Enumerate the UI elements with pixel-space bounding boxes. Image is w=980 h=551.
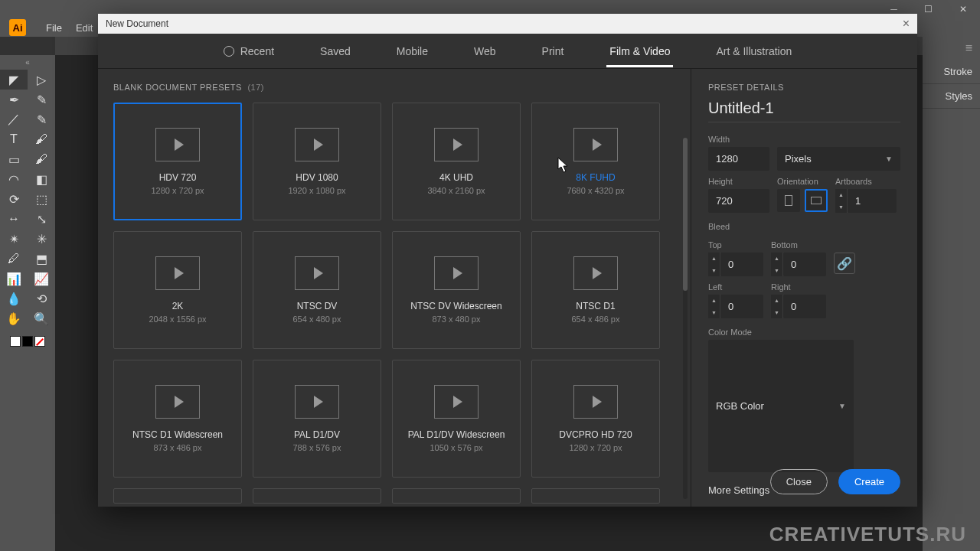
bleed-bottom-label: Bottom	[771, 240, 826, 249]
fill-stroke-swatches[interactable]	[0, 333, 55, 350]
tool-21[interactable]: 📈	[28, 269, 55, 289]
play-icon	[573, 128, 618, 161]
stroke-swatch[interactable]	[22, 336, 33, 347]
tool-18[interactable]: 🖊	[0, 249, 28, 269]
tool-0[interactable]: ◤	[0, 70, 28, 90]
fill-swatch[interactable]	[10, 336, 21, 347]
preset-placeholder[interactable]	[253, 488, 381, 504]
preset-2k[interactable]: 2K2048 x 1556 px	[113, 231, 242, 349]
presets-scrollbar[interactable]	[683, 138, 688, 499]
step-up-icon[interactable]: ▲	[835, 189, 847, 201]
preset-name: PAL D1/DV Widescreen	[408, 429, 505, 440]
width-label: Width	[708, 135, 900, 144]
menu-edit[interactable]: Edit	[76, 22, 93, 34]
tool-25[interactable]: 🔍	[28, 308, 55, 328]
tool-22[interactable]: 💧	[0, 289, 28, 308]
width-input[interactable]	[708, 147, 769, 171]
tool-1[interactable]: ▷	[28, 70, 55, 90]
toolbox: « ◤▷✒✎／✎T🖌▭🖌◠◧⟳⬚↔⤡✴✳🖊⬒📊📈💧⟲✋🔍	[0, 55, 55, 551]
tab-mobile[interactable]: Mobile	[394, 36, 431, 67]
preset-placeholder[interactable]	[113, 488, 242, 504]
tab-print[interactable]: Print	[539, 36, 567, 67]
artboards-stepper[interactable]: ▲▼	[835, 189, 897, 213]
color-mode-select[interactable]: RGB Color▼	[708, 340, 854, 472]
play-icon	[155, 128, 200, 161]
preset-ntsc-dv[interactable]: NTSC DV654 x 480 px	[253, 231, 381, 349]
orientation-portrait[interactable]	[777, 189, 800, 212]
preset-dvcpro-hd-720[interactable]: DVCPRO HD 7201280 x 720 px	[531, 360, 660, 478]
tool-11[interactable]: ◧	[28, 169, 55, 189]
tool-9[interactable]: 🖌	[28, 149, 55, 169]
bleed-bottom-input[interactable]	[783, 253, 826, 276]
document-name[interactable]: Untitled-1	[708, 99, 900, 122]
panel-tab-stroke[interactable]: Stroke	[923, 60, 980, 84]
preset-ntsc-d1[interactable]: NTSC D1654 x 486 px	[531, 231, 660, 349]
tool-7[interactable]: 🖌	[28, 129, 55, 149]
preset-8k-fuhd[interactable]: 8K FUHD7680 x 4320 px	[531, 103, 660, 220]
bleed-right-input[interactable]	[783, 295, 826, 318]
tab-saved[interactable]: Saved	[317, 36, 354, 67]
preset-pal-d1-dv[interactable]: PAL D1/DV788 x 576 px	[253, 360, 381, 478]
details-heading: PRESET DETAILS	[708, 83, 900, 92]
panel-tab-styles[interactable]: Styles	[923, 84, 980, 109]
preset-placeholder[interactable]	[531, 488, 660, 504]
tool-12[interactable]: ⟳	[0, 189, 28, 209]
tool-10[interactable]: ◠	[0, 169, 28, 189]
preset-pal-d1-dv-widescreen[interactable]: PAL D1/DV Widescreen1050 x 576 px	[392, 360, 521, 478]
tool-6[interactable]: T	[0, 129, 28, 149]
step-down-icon[interactable]: ▼	[835, 201, 847, 214]
preset-dimensions: 1920 x 1080 px	[288, 186, 345, 195]
preset-ntsc-dv-widescreen[interactable]: NTSC DV Widescreen873 x 480 px	[392, 231, 521, 349]
tool-4[interactable]: ／	[0, 109, 28, 129]
close-button[interactable]: Close	[770, 469, 828, 494]
tool-23[interactable]: ⟲	[28, 289, 55, 308]
tab-film-video[interactable]: Film & Video	[606, 36, 673, 67]
artboards-input[interactable]	[848, 189, 897, 213]
orientation-landscape[interactable]	[805, 189, 828, 212]
play-icon	[434, 256, 479, 290]
tool-14[interactable]: ↔	[0, 209, 28, 229]
dialog-close-icon[interactable]: ×	[903, 17, 910, 31]
tab-label: Film & Video	[609, 45, 670, 57]
preset-ntsc-d1-widescreen[interactable]: NTSC D1 Widescreen873 x 486 px	[113, 360, 242, 478]
tool-17[interactable]: ✳	[28, 229, 55, 249]
tab-web[interactable]: Web	[471, 36, 499, 67]
height-input[interactable]	[708, 189, 769, 213]
bleed-right-label: Right	[771, 282, 826, 292]
preset-dimensions: 2048 x 1556 px	[149, 315, 206, 324]
tool-2[interactable]: ✒	[0, 90, 28, 109]
tool-8[interactable]: ▭	[0, 149, 28, 169]
new-document-dialog: New Document × RecentSavedMobileWebPrint…	[98, 14, 917, 507]
tool-5[interactable]: ✎	[28, 109, 55, 129]
toolbox-collapse-icon[interactable]: «	[0, 58, 55, 70]
preset-dimensions: 788 x 576 px	[293, 443, 341, 452]
tool-19[interactable]: ⬒	[28, 249, 55, 269]
tab-art-illustration[interactable]: Art & Illustration	[713, 36, 795, 67]
link-bleed-icon[interactable]: 🔗	[834, 253, 855, 274]
bleed-left-input[interactable]	[720, 295, 763, 318]
preset-hdv-720[interactable]: HDV 7201280 x 720 px	[113, 103, 242, 220]
units-select[interactable]: Pixels▼	[777, 147, 900, 171]
preset-name: HDV 1080	[296, 172, 338, 183]
tool-15[interactable]: ⤡	[28, 209, 55, 229]
menu-file[interactable]: File	[46, 22, 62, 34]
tool-13[interactable]: ⬚	[28, 189, 55, 209]
none-swatch[interactable]	[34, 336, 45, 347]
play-icon	[434, 385, 479, 419]
preset-placeholder[interactable]	[392, 488, 521, 504]
tool-20[interactable]: 📊	[0, 269, 28, 289]
tab-recent[interactable]: Recent	[220, 36, 277, 67]
bleed-top-input[interactable]	[720, 253, 763, 276]
tool-24[interactable]: ✋	[0, 308, 28, 328]
window-close[interactable]: ✕	[946, 0, 980, 18]
scrollbar-thumb[interactable]	[683, 138, 688, 291]
tool-3[interactable]: ✎	[28, 90, 55, 109]
preset-name: NTSC D1 Widescreen	[132, 429, 223, 440]
app-logo: Ai	[9, 19, 26, 36]
preset-name: PAL D1/DV	[294, 429, 340, 440]
preset-hdv-1080[interactable]: HDV 10801920 x 1080 px	[253, 103, 381, 220]
tool-16[interactable]: ✴	[0, 229, 28, 249]
create-button[interactable]: Create	[838, 469, 900, 494]
preset-4k-uhd[interactable]: 4K UHD3840 x 2160 px	[392, 103, 521, 220]
panel-toggle-icon[interactable]: ≡	[923, 37, 980, 60]
